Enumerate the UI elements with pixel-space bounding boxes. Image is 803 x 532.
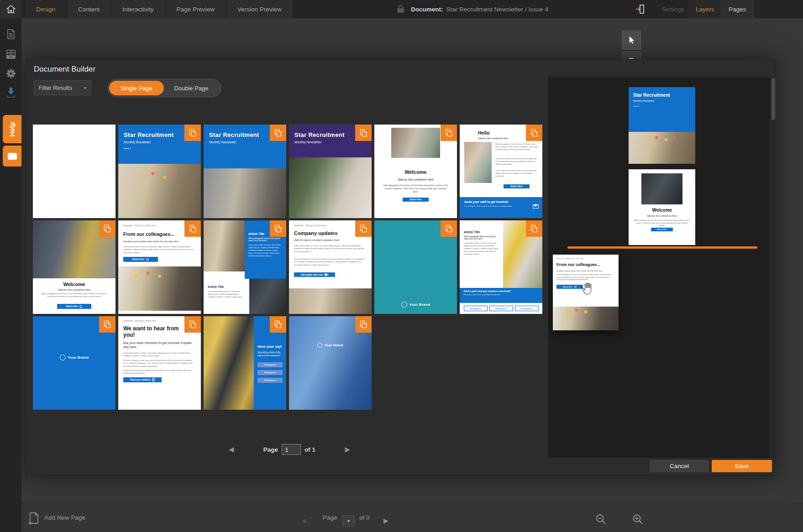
download-button[interactable] [0, 85, 21, 100]
tab-design[interactable]: Design [25, 0, 66, 18]
photo-desk-laptop [204, 220, 245, 271]
button-label: Button Here [657, 229, 667, 230]
settings-button[interactable] [0, 66, 21, 81]
template-tile-blank[interactable] [33, 125, 115, 218]
poll-option-label: Poll option 3 [264, 379, 276, 381]
template-grid: Star Recruitment Monthly Newsletter Issu… [33, 125, 546, 410]
tab-pages[interactable]: Pages [720, 0, 754, 18]
copy-template-icon[interactable] [184, 316, 201, 333]
copy-template-icon[interactable] [270, 316, 286, 333]
template-tile-teal-brand[interactable]: Your Brand [374, 220, 457, 314]
cursor-arrow-icon [627, 36, 636, 45]
cover-header: Star Recruitment Monthly Newsletter Issu… [629, 87, 695, 132]
tile-title: From our colleagues... [556, 262, 600, 267]
template-tile-monitor-brand[interactable]: Your Brand [289, 316, 372, 410]
tile-intro: Ask your team members to get involved. E… [123, 341, 192, 349]
zoom-out-button[interactable] [595, 513, 607, 525]
banner-title: Invite your staff to get involved [464, 200, 530, 203]
filter-label: Filter Results [39, 85, 72, 91]
template-tile-welcome[interactable]: Welcome Add an intro sentence here Add a… [374, 125, 457, 218]
download-icon [5, 87, 16, 99]
copy-template-icon[interactable] [441, 220, 457, 237]
template-tile-feedback[interactable]: Newsletter - Add issue number here We wa… [118, 316, 201, 410]
collapse-panel-button[interactable] [634, 3, 646, 16]
poll-option-button: Poll option 2 [489, 306, 513, 311]
page-thumbnail-welcome[interactable]: Welcome Add an intro sentence here Add a… [629, 169, 695, 245]
drawers-button[interactable] [0, 47, 21, 62]
copy-template-icon[interactable] [99, 220, 115, 237]
pager-prev-button[interactable]: ◀ [229, 445, 234, 454]
tab-layers[interactable]: Layers [688, 0, 723, 18]
template-tile-cover-blue[interactable]: Star Recruitment Monthly Newsletter [204, 125, 286, 218]
copy-template-icon[interactable] [441, 125, 457, 141]
template-tile-article-poll[interactable]: Article Title Add a paragraph about some… [460, 220, 542, 314]
copy-template-icon[interactable] [355, 316, 372, 333]
page-next-button[interactable]: ▶ [383, 517, 388, 524]
template-tile-hello[interactable]: Hello Add an intro sentence here Add a p… [460, 125, 542, 218]
drop-indicator-line [567, 246, 757, 249]
template-tile-cover-issue1[interactable]: Star Recruitment Monthly Newsletter Issu… [118, 125, 201, 218]
save-button[interactable]: Save [712, 460, 772, 472]
template-tile-have-your-say[interactable]: Have your say! What did you think of thi… [204, 316, 286, 410]
double-page-button[interactable]: Double Page [164, 81, 219, 95]
tab-label: Design [36, 6, 55, 13]
scrollbar-thumb[interactable] [772, 78, 775, 120]
template-tile-company-updates[interactable]: Newsletter - Add issue number here Compa… [289, 220, 372, 314]
button-label: Button Here [132, 258, 144, 261]
template-tile-colleagues[interactable]: Newsletter - Add issue number here From … [118, 220, 201, 314]
photo-desk-team [204, 168, 286, 218]
drawers-icon [5, 49, 16, 60]
panel-scrollbar[interactable] [771, 77, 776, 458]
template-button: Share your feedback [123, 377, 162, 382]
template-tile-blue-brand[interactable]: Your Brand [33, 316, 115, 410]
tab-settings[interactable]: Settings [654, 0, 693, 18]
copy-template-icon[interactable] [99, 316, 115, 333]
single-page-button[interactable]: Single Page [109, 81, 164, 95]
pager-next-button[interactable]: ▶ [345, 445, 350, 454]
copy-template-icon[interactable] [184, 125, 201, 141]
tile-kicker: Newsletter - Add issue number here [123, 320, 156, 322]
page-prev-button[interactable]: ◀ [301, 517, 306, 524]
cover-issue: Issue 1 [633, 105, 691, 107]
zoom-in-button[interactable] [632, 513, 644, 525]
add-new-page-button[interactable]: Add New Page [44, 514, 85, 521]
help-tab[interactable]: Help [3, 115, 21, 143]
page-select-dropdown[interactable]: ▾ [342, 515, 355, 527]
cancel-button[interactable]: Cancel [650, 460, 709, 472]
document-pages-button[interactable] [0, 26, 21, 42]
filter-results-dropdown[interactable]: Filter Results ▾ [34, 80, 91, 95]
tile-kicker: Newsletter - Add issue number here [123, 224, 156, 227]
template-button: Button Here [403, 198, 429, 202]
page-thumbnail-dragged[interactable]: Newsletter - Add issue number here From … [553, 255, 619, 330]
document-title: Document: Star Recruitment Newsletter / … [411, 0, 548, 18]
copy-template-icon[interactable] [270, 220, 286, 237]
brand-logo: Your Brand [374, 302, 457, 308]
tab-page-preview[interactable]: Page Preview [166, 0, 226, 18]
page-number-input[interactable] [282, 444, 301, 455]
grab-hand-cursor [581, 281, 596, 297]
copy-template-icon[interactable] [184, 220, 201, 237]
feedback-tab[interactable] [3, 146, 21, 167]
template-tile-cover-purple[interactable]: Star Recruitment Monthly Newsletter [289, 125, 372, 218]
tile-intro: Introduce some positive news stories fro… [556, 270, 603, 272]
copy-template-icon[interactable] [526, 220, 542, 237]
tab-version-preview[interactable]: Version Preview [226, 0, 293, 18]
add-page-icon[interactable] [27, 511, 40, 526]
tab-interactivity[interactable]: Interactivity [111, 0, 164, 18]
caret-down-icon: ▾ [84, 85, 86, 90]
copy-template-icon[interactable] [270, 125, 286, 141]
page-thumbnail-cover[interactable]: Star Recruitment Monthly Newsletter Issu… [629, 87, 695, 164]
tile-paragraph: Add a paragraph of text here to let the … [382, 184, 450, 193]
copy-template-icon[interactable] [355, 125, 372, 141]
article-text-column: Article Title Add a paragraph about some… [464, 230, 500, 256]
pager-label: Page [263, 446, 278, 453]
tile-paragraph: Lorem ipsum dolor sit amet, consectetur … [123, 352, 194, 358]
copy-template-icon[interactable] [526, 125, 542, 141]
cover-subtitle: Monthly Newsletter [124, 141, 195, 144]
copy-template-icon[interactable] [355, 220, 372, 237]
template-tile-welcome-photo[interactable]: Welcome Add an intro sentence here Add a… [33, 220, 115, 314]
home-button[interactable] [0, 0, 21, 18]
template-tile-article-split[interactable]: Article Title Add a paragraph about some… [204, 220, 286, 314]
tab-content[interactable]: Content [67, 0, 110, 18]
select-tool-button[interactable] [622, 31, 641, 50]
